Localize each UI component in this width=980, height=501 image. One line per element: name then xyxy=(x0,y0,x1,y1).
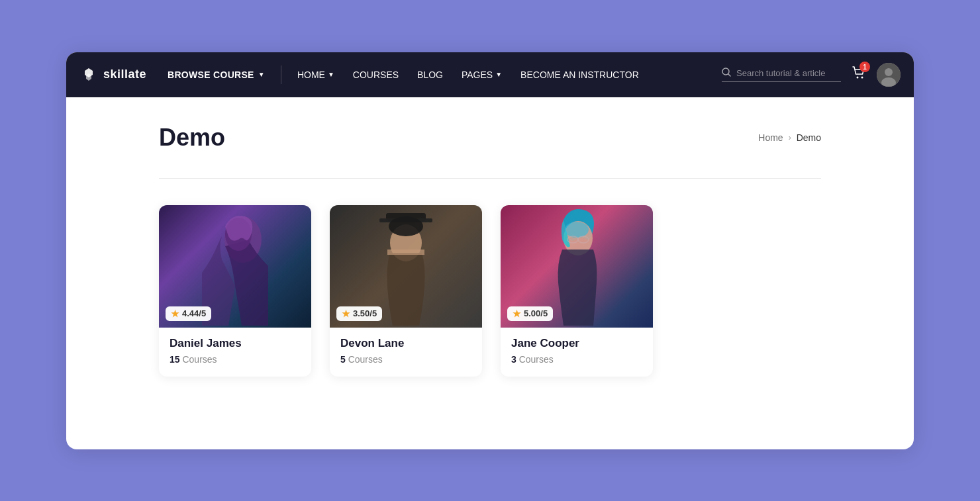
svg-point-4 xyxy=(861,77,863,79)
courses-count-jane: 3 Courses xyxy=(511,354,642,365)
cards-grid: ★ 4.44/5 Daniel James 15 Courses xyxy=(159,205,821,377)
card-body-jane: Jane Cooper 3 Courses xyxy=(501,328,653,377)
instructor-name-devon: Devon Lane xyxy=(340,337,471,350)
pages-arrow-icon: ▼ xyxy=(495,71,502,78)
breadcrumb-current: Demo xyxy=(797,132,821,143)
svg-rect-14 xyxy=(387,250,424,255)
nav-link-courses[interactable]: COURSES xyxy=(345,64,407,85)
card-image-wrapper-devon: ★ 3.50/5 xyxy=(330,205,482,328)
star-icon-devon: ★ xyxy=(342,308,350,319)
rating-badge-devon: ★ 3.50/5 xyxy=(336,306,382,321)
search-bar[interactable] xyxy=(722,68,841,82)
browse-course-arrow-icon: ▼ xyxy=(258,71,265,78)
search-icon xyxy=(722,68,731,79)
instructor-card-daniel[interactable]: ★ 4.44/5 Daniel James 15 Courses xyxy=(159,205,311,377)
svg-point-6 xyxy=(885,68,893,76)
navbar-right: 1 xyxy=(722,63,901,87)
card-image-wrapper-daniel: ★ 4.44/5 xyxy=(159,205,311,328)
instructor-name-jane: Jane Cooper xyxy=(511,337,642,350)
breadcrumb-separator: › xyxy=(789,133,791,142)
courses-count-daniel: 15 Courses xyxy=(170,354,301,365)
star-icon-daniel: ★ xyxy=(171,308,179,319)
courses-count-devon: 5 Courses xyxy=(340,354,471,365)
page-container: skillate BROWSE COURSE ▼ HOME ▼ COURSES … xyxy=(66,52,914,449)
rating-badge-jane: ★ 5.00/5 xyxy=(507,306,553,321)
card-image-wrapper-jane: ★ 5.00/5 xyxy=(501,205,653,328)
nav-link-blog[interactable]: BLOG xyxy=(409,64,451,85)
brand-name: skillate xyxy=(103,68,146,81)
breadcrumb: Home › Demo xyxy=(758,132,821,143)
svg-point-3 xyxy=(857,77,859,79)
cart-button[interactable]: 1 xyxy=(852,66,866,83)
svg-point-16 xyxy=(565,222,589,238)
user-avatar-icon xyxy=(877,63,901,87)
skillate-logo-icon xyxy=(79,66,98,84)
cart-badge: 1 xyxy=(859,62,870,72)
breadcrumb-home[interactable]: Home xyxy=(758,132,783,143)
card-body-daniel: Daniel James 15 Courses xyxy=(159,328,311,377)
svg-line-2 xyxy=(728,74,730,76)
rating-badge-daniel: ★ 4.44/5 xyxy=(166,306,211,321)
home-arrow-icon: ▼ xyxy=(328,71,334,78)
nav-link-home[interactable]: HOME ▼ xyxy=(289,64,342,85)
nav-link-pages[interactable]: PAGES ▼ xyxy=(454,64,510,85)
main-content: Demo Home › Demo xyxy=(66,97,914,416)
nav-divider xyxy=(281,66,281,84)
svg-point-13 xyxy=(389,216,423,236)
search-input[interactable] xyxy=(736,68,829,78)
navbar: skillate BROWSE COURSE ▼ HOME ▼ COURSES … xyxy=(66,52,914,97)
user-avatar[interactable] xyxy=(877,63,901,87)
nav-link-become-instructor[interactable]: BECOME AN INSTRUCTOR xyxy=(513,64,647,85)
brand[interactable]: skillate xyxy=(79,66,146,84)
instructor-name-daniel: Daniel James xyxy=(170,337,301,350)
page-title: Demo xyxy=(159,124,225,152)
divider-line xyxy=(159,178,821,179)
nav-links: HOME ▼ COURSES BLOG PAGES ▼ BECOME AN IN… xyxy=(289,64,722,85)
instructor-card-devon[interactable]: ★ 3.50/5 Devon Lane 5 Courses xyxy=(330,205,482,377)
star-icon-jane: ★ xyxy=(513,308,521,319)
page-header: Demo Home › Demo xyxy=(159,124,821,152)
card-body-devon: Devon Lane 5 Courses xyxy=(330,328,482,377)
browse-course-button[interactable]: BROWSE COURSE ▼ xyxy=(160,64,273,85)
instructor-card-jane[interactable]: ★ 5.00/5 Jane Cooper 3 Courses xyxy=(501,205,653,377)
